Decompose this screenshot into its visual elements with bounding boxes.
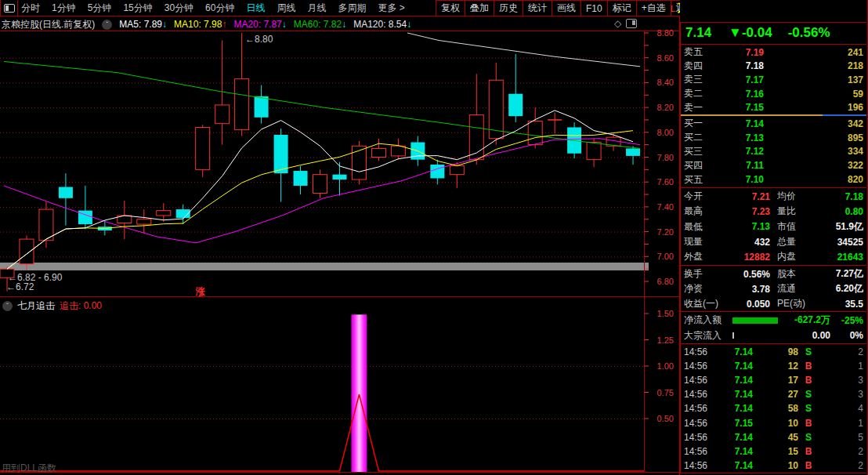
stat-label: 最高	[684, 205, 725, 218]
tick-volume: 58	[753, 403, 798, 414]
menu-item-1分钟[interactable]: 1分钟	[52, 2, 76, 15]
stat-value: 432	[725, 237, 770, 248]
tick-price: 7.14	[718, 460, 753, 471]
price-change-pct: -0.56%	[788, 25, 830, 41]
stat-label: 内盘	[777, 250, 813, 263]
menu-item-60分钟[interactable]: 60分钟	[205, 2, 234, 15]
order-book-row[interactable]: 卖一7.15196	[680, 100, 866, 114]
chevron-down-icon[interactable]: ˇ	[102, 20, 112, 30]
stat-label: 换手	[684, 267, 725, 281]
toolbar-button-画线[interactable]: 画线	[552, 0, 580, 16]
indicator-value: 追击: 0.00	[60, 299, 102, 313]
toolbar-button-标记[interactable]: 标记	[607, 0, 636, 16]
menu-item-30分钟[interactable]: 30分钟	[165, 2, 193, 15]
ma-label: MA10: 7.98↑	[174, 19, 226, 30]
indicator-value-label: 追击:	[60, 300, 81, 311]
menu-item-日线[interactable]: 日线	[246, 2, 265, 15]
order-book-row[interactable]: 卖四7.18218	[680, 60, 866, 74]
pane-toggle-icon[interactable]	[626, 19, 637, 28]
menu-item-分时[interactable]: 分时	[21, 2, 40, 15]
panel-divider	[680, 343, 866, 344]
candle-down	[430, 165, 444, 178]
candle-up	[20, 239, 34, 264]
tick-volume: 17	[753, 375, 798, 386]
stat-row: 今开7.21均价7.18	[680, 189, 866, 204]
tick-price: 7.14	[718, 403, 753, 414]
stat-value: 7.27亿	[813, 267, 863, 281]
candle-down	[255, 96, 269, 118]
toolbar-button-叠加[interactable]: 叠加	[465, 0, 494, 16]
order-book-row[interactable]: 卖五7.19241	[680, 45, 866, 60]
price-axis-label: 8.80	[657, 28, 674, 38]
ma-line-ma60	[4, 62, 640, 149]
tick-count: 5	[819, 432, 863, 443]
toolbar-button-F10[interactable]: F10	[580, 0, 607, 16]
candle-up	[235, 79, 249, 130]
order-book-level-label: 卖一	[684, 101, 715, 114]
price-axis-label: 8.00	[657, 128, 674, 137]
panel-divider	[680, 187, 866, 188]
chart-annotation: ←8.80	[245, 34, 273, 45]
ma-label: MA20: 7.87↓	[233, 19, 286, 30]
candle-up	[587, 142, 601, 159]
stat-row: 最高7.23量比0.80	[680, 204, 866, 219]
menu-item-月线[interactable]: 月线	[307, 2, 326, 15]
flow-bar	[732, 317, 778, 324]
tick-side: B	[798, 375, 819, 386]
order-book-volume: 59	[764, 89, 863, 100]
trend-arrow-icon: ↓	[162, 19, 167, 30]
order-book-row[interactable]: 买一7.14342	[680, 117, 866, 131]
stat-label: 今开	[684, 190, 725, 203]
order-book-strength-bar	[680, 114, 866, 116]
menu-item-更多 >[interactable]: 更多 >	[378, 2, 404, 15]
menu-item-多周期[interactable]: 多周期	[338, 2, 366, 15]
price-axis-label: 8.40	[657, 78, 674, 87]
order-book-row[interactable]: 买五7.10820	[680, 172, 866, 187]
candle-down	[294, 171, 308, 186]
order-book-row[interactable]: 买四7.11322	[680, 158, 866, 172]
chart-annotation: ←6.72	[6, 281, 34, 292]
toolbar-button-复权[interactable]: 复权	[436, 0, 465, 16]
tick-time: 14:56	[684, 403, 718, 414]
diamond-marker-icon[interactable]: ◇	[614, 19, 621, 28]
tick-row: 14:567.1510B1	[680, 415, 866, 430]
tick-side: B	[798, 418, 819, 429]
toolbar-button-+自选[interactable]: +自选	[636, 0, 671, 16]
trend-arrow-icon: ↓	[407, 19, 411, 30]
indicator-value-number: 0.00	[84, 300, 102, 311]
order-book-row[interactable]: 买三7.12334	[680, 145, 866, 159]
tick-volume: 12	[753, 361, 798, 372]
order-book-row[interactable]: 卖二7.1659	[680, 87, 866, 101]
menu-item-5分钟[interactable]: 5分钟	[88, 2, 112, 15]
support-band	[0, 263, 649, 270]
order-book-row[interactable]: 买二7.13895	[680, 131, 866, 145]
period-menu: 分时1分钟5分钟15分钟30分钟60分钟日线周线月线多周期更多 >	[21, 0, 405, 16]
tick-row: 14:567.1427S3	[680, 387, 866, 401]
order-book-price: 7.19	[715, 47, 764, 58]
toolbar-button-统计[interactable]: 统计	[523, 0, 552, 16]
order-book-level-label: 买五	[684, 173, 715, 187]
price-axis-label: 7.20	[657, 227, 674, 237]
tick-time: 14:56	[684, 418, 718, 429]
tick-side: B	[798, 361, 819, 372]
tick-row: 14:567.1412B1	[680, 359, 866, 373]
stat-value: 0.80	[813, 206, 863, 217]
menu-item-周线[interactable]: 周线	[277, 2, 295, 15]
stat-row: 换手0.56%股本7.27亿	[680, 267, 866, 281]
tick-price: 7.14	[718, 346, 753, 357]
tick-price: 7.14	[718, 446, 753, 457]
tick-count: 3	[819, 389, 863, 400]
window-layout-button[interactable]	[0, 0, 18, 16]
main-chart-canvas[interactable]: 8.808.608.408.208.007.807.607.407.207.00…	[0, 16, 680, 475]
tick-row: 14:567.1415B2	[680, 444, 866, 459]
stock-flag-l: L	[671, 4, 675, 13]
tick-price: 7.14	[718, 389, 753, 400]
price-axis-label: 8.20	[657, 103, 674, 112]
strength-bar-alt	[823, 114, 866, 116]
chevron-down-icon[interactable]: ˇ	[2, 301, 13, 311]
ma-label: MA60: 7.82↓	[294, 19, 346, 30]
price-axis-label: 7.80	[657, 153, 674, 162]
order-book-row[interactable]: 卖三7.17137	[680, 73, 866, 87]
menu-item-15分钟[interactable]: 15分钟	[123, 2, 152, 15]
toolbar-button-历史[interactable]: 历史	[494, 0, 523, 16]
